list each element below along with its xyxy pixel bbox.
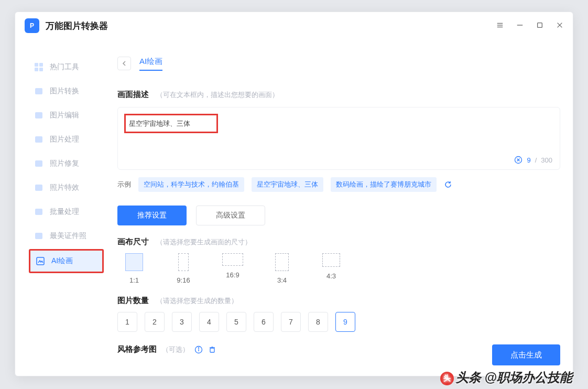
example-chip-2[interactable]: 星空宇宙地球、三体 — [252, 177, 323, 192]
desc-highlight: 星空宇宙地球、三体 — [124, 114, 218, 133]
sidebar-item-label: 照片修复 — [50, 159, 79, 168]
svg-rect-16 — [35, 209, 42, 215]
edit-icon — [34, 111, 43, 120]
close-icon[interactable] — [556, 21, 563, 30]
canvas-size-row: 1:1 9:16 16:9 3:4 4:3 — [117, 253, 560, 284]
sidebar-item-label: 图片转换 — [50, 87, 79, 96]
chevron-left-icon — [122, 61, 127, 66]
count-hint: （请选择您要生成的数量） — [156, 297, 238, 305]
sidebar-item-hot-tools[interactable]: 热门工具 — [15, 55, 117, 79]
svg-rect-12 — [35, 112, 42, 118]
count-3[interactable]: 3 — [172, 312, 192, 332]
count-2[interactable]: 2 — [145, 312, 165, 332]
svg-rect-7 — [35, 63, 38, 67]
desc-input[interactable]: 星空宇宙地球、三体 — [129, 120, 190, 127]
sidebar-item-process[interactable]: 图片处理 — [15, 127, 117, 152]
svg-rect-15 — [35, 185, 42, 191]
tab-recommended[interactable]: 推荐设置 — [117, 206, 187, 225]
count-6[interactable]: 6 — [254, 312, 274, 332]
effect-icon — [34, 183, 43, 192]
sidebar-item-effect[interactable]: 照片特效 — [15, 176, 117, 200]
canvas-section-title: 画布尺寸 （请选择您要生成画面的尺寸） — [117, 237, 560, 247]
body: 热门工具 图片转换 图片编辑 图片处理 照片修复 照片特效 — [15, 39, 573, 376]
main-content: AI绘画 画面描述 （可在文本框内，描述出您想要的画面） 星空宇宙地球、三体 9… — [117, 39, 573, 376]
sidebar: 热门工具 图片转换 图片编辑 图片处理 照片修复 照片特效 — [15, 39, 117, 376]
svg-rect-13 — [35, 136, 42, 143]
count-title: 图片数量 — [117, 296, 149, 305]
app-logo-icon: P — [25, 18, 39, 33]
svg-rect-17 — [35, 233, 42, 239]
count-8[interactable]: 8 — [308, 312, 328, 332]
batch-icon — [34, 207, 43, 217]
app-title: 万能图片转换器 — [46, 20, 108, 32]
count-4[interactable]: 4 — [199, 312, 219, 332]
window-controls — [496, 21, 563, 30]
style-title: 风格参考图 — [117, 344, 157, 354]
svg-point-24 — [198, 348, 199, 348]
sidebar-item-repair[interactable]: 照片修复 — [15, 152, 117, 176]
count-5[interactable]: 5 — [226, 312, 246, 332]
svg-rect-10 — [39, 68, 43, 71]
titlebar: P 万能图片转换器 — [15, 12, 573, 39]
app-window: P 万能图片转换器 热门工具 图片转换 图片编辑 — [15, 12, 573, 376]
desc-box[interactable]: 星空宇宙地球、三体 9/300 — [117, 107, 560, 170]
desc-title: 画面描述 — [117, 90, 149, 99]
sidebar-item-edit[interactable]: 图片编辑 — [15, 103, 117, 127]
char-count: 9/300 — [514, 156, 552, 164]
process-icon — [34, 135, 43, 144]
sidebar-item-label: 最美证件照 — [50, 231, 86, 241]
examples-row: 示例 空间站，科学与技术，约翰伯基 星空宇宙地球、三体 数码绘画，描绘了赛博朋克… — [117, 177, 560, 192]
tab-advanced[interactable]: 高级设置 — [196, 206, 265, 225]
sidebar-item-idphoto[interactable]: 最美证件照 — [15, 224, 117, 248]
example-chip-3[interactable]: 数码绘画，描绘了赛博朋克城市 — [331, 177, 437, 192]
page-title: AI绘画 — [139, 57, 162, 71]
desc-hint: （可在文本框内，描述出您想要的画面） — [156, 91, 279, 99]
grid-icon — [34, 62, 43, 72]
back-button[interactable] — [117, 57, 131, 70]
sidebar-item-label: 图片处理 — [50, 135, 79, 144]
sidebar-item-label: AI绘画 — [51, 256, 73, 266]
convert-icon — [34, 87, 43, 96]
sidebar-item-label: 照片特效 — [50, 183, 79, 192]
sidebar-item-label: 热门工具 — [50, 62, 79, 72]
sidebar-item-convert[interactable]: 图片转换 — [15, 79, 117, 103]
clear-icon[interactable] — [514, 156, 522, 164]
style-hint: （可选） — [162, 345, 189, 354]
size-1-1[interactable]: 1:1 — [117, 253, 151, 284]
size-3-4[interactable]: 3:4 — [265, 253, 299, 284]
sidebar-item-batch[interactable]: 批量处理 — [15, 200, 117, 224]
svg-rect-11 — [35, 88, 42, 94]
count-section-title: 图片数量 （请选择您要生成的数量） — [117, 296, 560, 306]
size-9-16[interactable]: 9:16 — [167, 253, 200, 284]
count-1[interactable]: 1 — [117, 312, 137, 332]
svg-rect-8 — [39, 63, 43, 67]
svg-rect-25 — [210, 348, 214, 352]
svg-rect-4 — [538, 23, 542, 27]
count-7[interactable]: 7 — [281, 312, 301, 332]
count-row: 1 2 3 4 5 6 7 8 9 — [117, 312, 560, 332]
breadcrumb: AI绘画 — [117, 52, 560, 75]
generate-button[interactable]: 点击生成 — [492, 344, 560, 365]
info-icon[interactable] — [194, 345, 203, 354]
menu-icon[interactable] — [496, 21, 504, 30]
idphoto-icon — [34, 231, 43, 241]
minimize-icon[interactable] — [516, 21, 524, 30]
svg-rect-14 — [35, 160, 42, 167]
sidebar-item-label: 批量处理 — [50, 207, 79, 217]
sidebar-item-label: 图片编辑 — [50, 111, 79, 120]
examples-label: 示例 — [117, 180, 131, 189]
char-max: 300 — [541, 156, 552, 164]
ai-paint-icon — [36, 256, 45, 266]
delete-icon[interactable] — [208, 345, 216, 354]
settings-tabs: 推荐设置 高级设置 — [117, 206, 560, 225]
count-9[interactable]: 9 — [335, 312, 355, 332]
size-4-3[interactable]: 4:3 — [314, 253, 348, 284]
canvas-hint: （请选择您要生成画面的尺寸） — [156, 238, 252, 246]
char-current: 9 — [527, 156, 530, 164]
refresh-icon[interactable] — [444, 180, 452, 189]
desc-section-title: 画面描述 （可在文本框内，描述出您想要的画面） — [117, 90, 560, 100]
maximize-icon[interactable] — [536, 21, 543, 30]
sidebar-item-ai-paint[interactable]: AI绘画 — [29, 249, 104, 273]
example-chip-1[interactable]: 空间站，科学与技术，约翰伯基 — [138, 177, 244, 192]
size-16-9[interactable]: 16:9 — [216, 253, 249, 284]
